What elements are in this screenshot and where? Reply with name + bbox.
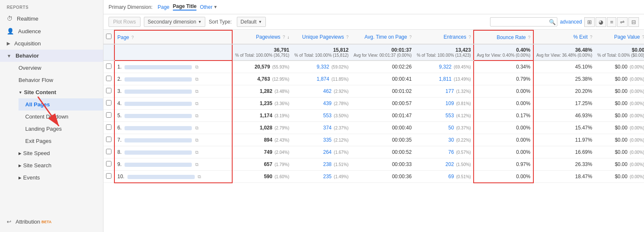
page-value-col-header[interactable]: Page Value: [614, 34, 640, 40]
search-input[interactable]: [490, 17, 557, 26]
row-checkbox[interactable]: [106, 124, 111, 130]
row-entrances: 30 (0.22%): [414, 134, 474, 146]
sidebar-item-content-drilldown[interactable]: Content Drilldown: [19, 111, 103, 123]
compare-view-button[interactable]: ⇌: [617, 17, 628, 27]
pie-view-button[interactable]: ◕: [596, 17, 606, 27]
row-num: 8.: [117, 149, 122, 155]
copy-icon[interactable]: ⧉: [198, 174, 201, 179]
row-num: 7.: [117, 137, 122, 143]
row-checkbox[interactable]: [106, 63, 111, 69]
toolbar-right: 🔍 advanced ⊞ ◕ ≡ ⇌ ⊟: [490, 17, 639, 27]
row-checkbox[interactable]: [106, 100, 111, 105]
row-entrances: 202 (1.50%): [414, 158, 474, 171]
sort-default-label: Default: [241, 19, 257, 25]
row-checkbox[interactable]: [106, 112, 111, 118]
search-icon-button[interactable]: 🔍: [549, 19, 556, 25]
row-checkbox[interactable]: [106, 149, 111, 154]
bounce-rate-col-header[interactable]: Bounce Rate: [497, 34, 526, 40]
dim-other-dropdown[interactable]: Other ▼: [200, 4, 217, 10]
row-page-value: $0.00 (0.00%): [595, 134, 644, 146]
page-value-help-icon[interactable]: ?: [642, 35, 644, 40]
table-row: 9. ⧉ 657 (1.79%) 238 (1.51%) 00:00:33 20…: [103, 158, 644, 171]
sidebar-item-all-pages[interactable]: All Pages: [19, 98, 103, 111]
copy-icon[interactable]: ⧉: [195, 89, 199, 94]
copy-icon[interactable]: ⧉: [195, 150, 199, 155]
row-unique-pv: 9,332 (59.02%): [292, 61, 351, 73]
select-all-checkbox[interactable]: [106, 34, 111, 39]
dim-other-link[interactable]: Other: [200, 4, 212, 10]
page-link-blurred: [127, 175, 195, 179]
pageviews-help-icon[interactable]: ?: [283, 35, 285, 40]
acquisition-icon: ▶: [7, 41, 10, 46]
avg-time-help-icon[interactable]: ?: [409, 35, 412, 40]
unique-pv-col-header[interactable]: Unique Pageviews: [302, 34, 344, 40]
row-bounce-rate: 0.00%: [474, 134, 533, 146]
row-checkbox[interactable]: [106, 173, 111, 179]
row-checkbox[interactable]: [106, 161, 111, 166]
copy-icon[interactable]: ⧉: [195, 76, 199, 82]
behavior-icon: ▼: [7, 53, 11, 58]
copy-icon[interactable]: ⧉: [195, 125, 199, 130]
summary-avg-time: 00:01:37 Avg for View: 00:01:37 (0.00%): [351, 44, 414, 61]
row-page-value: $0.00 (0.00%): [595, 158, 644, 171]
secondary-dimension-dropdown[interactable]: Secondary dimension ▼: [144, 17, 205, 27]
pct-exit-help-icon[interactable]: ?: [590, 35, 592, 40]
sidebar-item-acquisition[interactable]: ▶ Acquisition: [0, 37, 103, 50]
summary-entrances: 13,423 % of Total: 100.00% (13,423): [414, 44, 474, 61]
copy-icon[interactable]: ⧉: [195, 162, 199, 167]
row-page-value: $0.00 (0.00%): [595, 122, 644, 134]
row-page-cell: 9. ⧉: [114, 158, 232, 171]
copy-icon[interactable]: ⧉: [195, 64, 199, 69]
row-checkbox[interactable]: [106, 137, 111, 142]
sidebar-item-exit-pages[interactable]: Exit Pages: [19, 135, 103, 147]
sidebar-item-audience[interactable]: 👤 Audience: [0, 25, 103, 37]
secondary-dim-label: Secondary dimension: [148, 19, 196, 25]
pivot-view-button[interactable]: ⊟: [628, 17, 639, 27]
row-bounce-rate: 0.00%: [474, 146, 533, 158]
row-entrances: 1,811 (13.49%): [414, 73, 474, 85]
pct-exit-col-header[interactable]: % Exit: [573, 34, 588, 40]
entrances-help-icon[interactable]: ?: [469, 35, 471, 40]
plot-rows-button[interactable]: Plot Rows: [109, 17, 140, 27]
sidebar-item-overview[interactable]: Overview: [12, 62, 103, 74]
page-col-header[interactable]: Page: [117, 34, 129, 40]
avg-time-col-header[interactable]: Avg. Time on Page: [365, 34, 407, 40]
dim-page-link[interactable]: Page: [158, 4, 170, 10]
row-pageviews: 590 (1.60%): [232, 171, 292, 183]
sidebar-item-behavior[interactable]: ▼ Behavior: [0, 50, 103, 62]
pageviews-col-header[interactable]: Pageviews: [256, 34, 281, 40]
sort-type-dropdown[interactable]: Default ▼: [237, 17, 266, 27]
grid-view-button[interactable]: ⊞: [584, 17, 595, 27]
sidebar-item-site-content[interactable]: ▼ Site Content: [12, 86, 103, 98]
other-dropdown-arrow: ▼: [213, 5, 217, 9]
row-pageviews: 1,028 (2.79%): [232, 122, 292, 134]
row-num: 6.: [117, 125, 122, 131]
sidebar-item-events[interactable]: ▶ Events: [12, 171, 103, 184]
page-help-icon[interactable]: ?: [131, 35, 134, 40]
copy-icon[interactable]: ⧉: [195, 137, 199, 142]
row-checkbox-cell: [103, 146, 114, 158]
row-entrances: 76 (0.57%): [414, 146, 474, 158]
reports-label: REPORTS: [0, 0, 103, 12]
sidebar-item-site-search[interactable]: ▶ Site Search: [12, 159, 103, 171]
row-pct-exit: 16.69%: [533, 146, 595, 158]
unique-pv-help-icon[interactable]: ?: [346, 35, 349, 40]
entrances-col-header[interactable]: Entrances: [444, 34, 466, 40]
sidebar-item-behavior-flow[interactable]: Behavior Flow: [12, 74, 103, 86]
sidebar-item-site-speed[interactable]: ▶ Site Speed: [12, 147, 103, 159]
sidebar-item-realtime[interactable]: ⏱ Realtime: [0, 12, 103, 25]
sidebar-item-attribution[interactable]: ↩ Attribution BETA: [0, 216, 103, 228]
row-bounce-rate: 0.00%: [474, 85, 533, 98]
row-checkbox[interactable]: [106, 88, 111, 93]
sidebar-item-landing-pages[interactable]: Landing Pages: [19, 123, 103, 135]
advanced-link[interactable]: advanced: [560, 19, 582, 25]
copy-icon[interactable]: ⧉: [195, 101, 199, 106]
row-page-cell: 1. ⧉: [114, 61, 232, 73]
dim-page-title-link[interactable]: Page Title: [173, 3, 196, 11]
row-page-cell: 8. ⧉: [114, 146, 232, 158]
copy-icon[interactable]: ⧉: [195, 113, 199, 118]
list-view-button[interactable]: ≡: [607, 17, 616, 27]
bounce-rate-help-icon[interactable]: ?: [528, 35, 530, 40]
row-checkbox[interactable]: [106, 76, 111, 81]
sort-chevron-icon: ▼: [258, 20, 262, 24]
